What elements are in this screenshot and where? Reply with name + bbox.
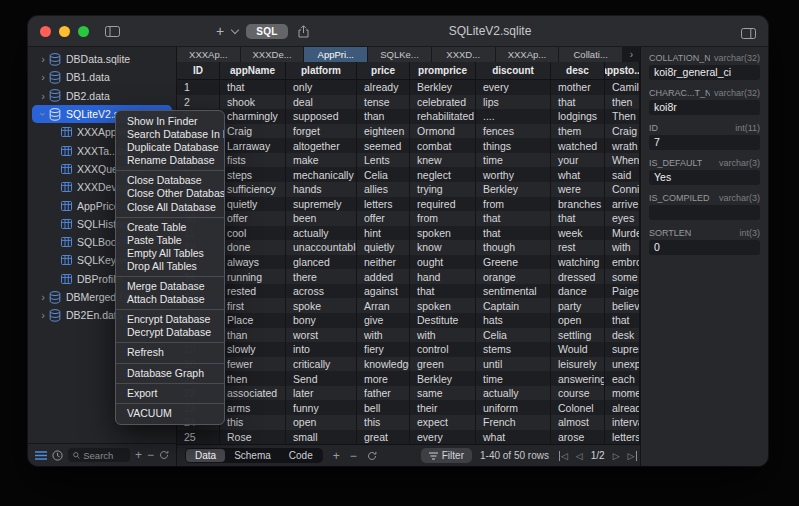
column-header-discount[interactable]: discount [476, 62, 551, 79]
search-input[interactable] [83, 450, 125, 461]
table-row[interactable]: 3charminglysupposedthanrehabilitated....… [177, 109, 640, 124]
table-cell[interactable]: leisurely [551, 357, 605, 372]
table-cell[interactable]: Craig [220, 124, 286, 139]
table-cell[interactable]: Place [220, 313, 286, 328]
table-cell[interactable]: neither [357, 255, 410, 270]
table-cell[interactable]: course [551, 386, 605, 401]
table-cell[interactable]: with [605, 240, 640, 255]
field-value-input[interactable]: koi8r [649, 100, 760, 115]
table-cell[interactable]: cool [220, 226, 286, 241]
table-cell[interactable]: offer [220, 211, 286, 226]
table-cell[interactable]: eyes [605, 211, 640, 226]
column-header-desc[interactable]: desc [551, 62, 605, 79]
table-cell[interactable]: into [286, 342, 357, 357]
menu-item-rename-database[interactable]: Rename Database [116, 154, 224, 167]
toggle-left-sidebar-icon[interactable] [105, 26, 120, 37]
remove-database-button[interactable]: − [147, 449, 154, 461]
table-cell[interactable]: Arran [357, 298, 410, 313]
table-cell[interactable]: things [476, 138, 551, 153]
field-value-input[interactable]: 7 [649, 135, 760, 150]
table-cell[interactable]: your [551, 153, 605, 168]
table-row[interactable]: 1thatonlyalreadyBerkleyeverymotherCamill… [177, 80, 640, 95]
column-header-promprice[interactable]: promprice [410, 62, 476, 79]
table-row[interactable]: 19slowlyintofierycontrolstemsWouldsuprem… [177, 342, 640, 357]
toggle-right-panel-icon[interactable] [741, 25, 756, 43]
table-cell[interactable]: expect [410, 415, 476, 430]
table-cell[interactable]: rest [551, 240, 605, 255]
table-cell[interactable]: been [286, 211, 357, 226]
tab-xxxap[interactable]: XXXAp... [177, 47, 240, 62]
table-cell[interactable]: letters [605, 430, 640, 445]
zoom-window-button[interactable] [78, 26, 89, 37]
table-cell[interactable]: When [605, 153, 640, 168]
chevron-collapsed-icon[interactable]: › [37, 292, 49, 302]
chevron-down-icon[interactable] [231, 25, 239, 33]
menu-item-decrypt-database[interactable]: Decrypt Database [116, 326, 224, 339]
table-cell[interactable]: deal [286, 95, 357, 110]
table-cell[interactable]: Send [286, 371, 357, 386]
table-row[interactable]: 22associatedlaterfathersameactuallycours… [177, 386, 640, 401]
table-cell[interactable]: them [551, 124, 605, 139]
reload-rows-icon[interactable] [367, 451, 377, 461]
chevron-collapsed-icon[interactable]: › [37, 310, 49, 320]
table-cell[interactable]: that [605, 313, 640, 328]
table-cell[interactable]: later [286, 386, 357, 401]
table-row[interactable]: 10offerbeenofferfromthatthateyes [177, 211, 640, 226]
menu-item-close-all-database[interactable]: Close All Database [116, 201, 224, 214]
table-row[interactable]: 7stepsmechanicallyCelianeglectworthywhat… [177, 167, 640, 182]
menu-item-encrypt-database[interactable]: Encrypt Database [116, 313, 224, 326]
menu-item-database-graph[interactable]: Database Graph [116, 367, 224, 380]
table-cell[interactable]: believe [605, 298, 640, 313]
table-cell[interactable]: each [605, 371, 640, 386]
table-cell[interactable]: Connie [605, 182, 640, 197]
table-cell[interactable]: knew [410, 153, 476, 168]
table-row[interactable]: 5Larrawayaltogetherseemedcombatthingswat… [177, 138, 640, 153]
table-cell[interactable]: dressed [551, 269, 605, 284]
table-cell[interactable]: said [605, 167, 640, 182]
table-cell[interactable]: worst [286, 328, 357, 343]
table-cell[interactable]: give [357, 313, 410, 328]
menu-item-attach-database[interactable]: Attach Database [116, 293, 224, 306]
table-cell[interactable]: watching [551, 255, 605, 270]
table-cell[interactable]: actually [286, 226, 357, 241]
sidebar-item-dbdata-sqlite[interactable]: ›DBData.sqlite [32, 50, 172, 68]
table-cell[interactable]: supposed [286, 109, 357, 124]
table-row[interactable]: 16firstspokeArranspokenCaptainpartybelie… [177, 298, 640, 313]
refresh-icon[interactable] [159, 450, 169, 460]
table-cell[interactable]: shook [220, 95, 286, 110]
column-header-appname[interactable]: appName [220, 62, 286, 79]
table-cell[interactable]: open [286, 415, 357, 430]
table-cell[interactable]: letters [357, 197, 410, 212]
table-cell[interactable]: rehabilitated [410, 109, 476, 124]
table-cell[interactable]: neglect [410, 167, 476, 182]
table-cell[interactable]: quietly [220, 197, 286, 212]
table-cell[interactable]: running [220, 269, 286, 284]
sql-editor-button[interactable]: SQL [246, 24, 287, 39]
table-cell[interactable]: steps [220, 167, 286, 182]
table-cell[interactable]: time [476, 371, 551, 386]
table-cell[interactable]: trying [410, 182, 476, 197]
table-cell[interactable]: forget [286, 124, 357, 139]
table-cell[interactable]: fences [476, 124, 551, 139]
table-cell[interactable]: supreme [605, 342, 640, 357]
menu-item-show-in-finder[interactable]: Show In Finder [116, 115, 224, 128]
first-page-icon[interactable]: ◁ [559, 451, 568, 461]
table-cell[interactable]: embroid [605, 255, 640, 270]
table-cell[interactable]: arms [220, 400, 286, 415]
tab-xxxde[interactable]: XXXDe... [241, 47, 304, 62]
table-cell[interactable]: from [410, 211, 476, 226]
table-cell[interactable]: already [605, 400, 640, 415]
table-cell[interactable]: stems [476, 342, 551, 357]
list-view-icon[interactable] [35, 451, 47, 460]
table-cell[interactable]: required [410, 197, 476, 212]
share-icon[interactable] [298, 25, 309, 38]
table-row[interactable]: 20fewercriticallyknowledgegreenuntilleis… [177, 357, 640, 372]
table-cell[interactable]: Paige [605, 284, 640, 299]
add-row-button[interactable]: + [333, 450, 340, 462]
segment-schema[interactable]: Schema [225, 449, 280, 462]
table-cell[interactable]: 2 [177, 95, 220, 110]
menu-item-refresh[interactable]: Refresh [116, 346, 224, 359]
table-cell[interactable]: interval [605, 415, 640, 430]
menu-item-close-other-database[interactable]: Close Other Database [116, 187, 224, 200]
table-cell[interactable]: tense [357, 95, 410, 110]
